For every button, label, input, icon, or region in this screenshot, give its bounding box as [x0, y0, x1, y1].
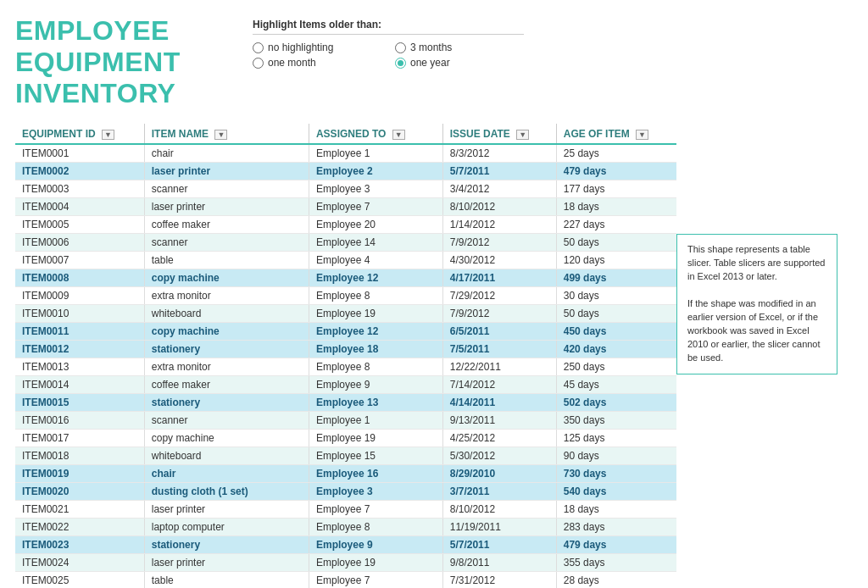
cell-assigned: Employee 4: [309, 252, 442, 269]
radio-circle-one-month[interactable]: [253, 58, 264, 69]
cell-item: laptop computer: [144, 519, 309, 536]
cell-item: scanner: [144, 180, 309, 198]
cell-id: ITEM0018: [15, 447, 144, 465]
cell-item: whiteboard: [144, 305, 309, 323]
col-header-assigned[interactable]: ASSIGNED TO ▼: [309, 124, 442, 144]
table-row: ITEM0015stationeryEmployee 134/14/201150…: [15, 394, 676, 412]
cell-item: stationery: [144, 536, 309, 554]
cell-age: 499 days: [556, 269, 676, 287]
cell-date: 8/10/2012: [442, 198, 556, 216]
cell-date: 4/30/2012: [442, 252, 556, 269]
cell-age: 502 days: [556, 394, 676, 412]
filter-age[interactable]: ▼: [636, 130, 648, 140]
cell-date: 5/7/2011: [442, 536, 556, 554]
radio-label-no-highlighting: no highlighting: [268, 42, 333, 53]
cell-assigned: Employee 20: [309, 216, 442, 234]
cell-date: 7/29/2012: [442, 287, 556, 305]
table-row: ITEM0003scannerEmployee 33/4/2012177 day…: [15, 180, 676, 198]
slicer-note: This shape represents a table slicer. Ta…: [676, 234, 837, 374]
col-header-id[interactable]: EQUIPMENT ID ▼: [15, 124, 144, 144]
table-wrap: EQUIPMENT ID ▼ ITEM NAME ▼ ASSIGNED TO ▼: [15, 124, 676, 588]
cell-id: ITEM0011: [15, 323, 144, 341]
cell-id: ITEM0001: [15, 144, 144, 163]
cell-assigned: Employee 2: [309, 163, 442, 180]
table-row: ITEM0013extra monitorEmployee 812/22/201…: [15, 358, 676, 376]
cell-age: 25 days: [556, 144, 676, 163]
table-row: ITEM0023stationeryEmployee 95/7/2011479 …: [15, 536, 676, 554]
cell-assigned: Employee 7: [309, 501, 442, 519]
cell-assigned: Employee 12: [309, 323, 442, 341]
table-row: ITEM0014coffee makerEmployee 97/14/20124…: [15, 376, 676, 394]
cell-date: 4/25/2012: [442, 430, 556, 447]
cell-id: ITEM0010: [15, 305, 144, 323]
radio-no-highlighting[interactable]: no highlighting: [253, 42, 381, 53]
table-row: ITEM0011copy machineEmployee 126/5/20114…: [15, 323, 676, 341]
cell-age: 350 days: [556, 412, 676, 430]
cell-assigned: Employee 12: [309, 269, 442, 287]
cell-item: stationery: [144, 394, 309, 412]
cell-age: 540 days: [556, 483, 676, 501]
col-header-date[interactable]: ISSUE DATE ▼: [442, 124, 556, 144]
cell-age: 479 days: [556, 163, 676, 180]
cell-id: ITEM0004: [15, 198, 144, 216]
cell-id: ITEM0022: [15, 519, 144, 536]
cell-assigned: Employee 19: [309, 305, 442, 323]
cell-age: 177 days: [556, 180, 676, 198]
cell-date: 6/5/2011: [442, 323, 556, 341]
cell-id: ITEM0020: [15, 483, 144, 501]
radio-circle-one-year[interactable]: [395, 58, 406, 69]
cell-id: ITEM0024: [15, 554, 144, 572]
cell-assigned: Employee 8: [309, 287, 442, 305]
cell-item: laser printer: [144, 501, 309, 519]
cell-item: extra monitor: [144, 287, 309, 305]
cell-age: 45 days: [556, 376, 676, 394]
table-row: ITEM0002laser printerEmployee 25/7/20114…: [15, 163, 676, 180]
cell-id: ITEM0013: [15, 358, 144, 376]
cell-date: 7/9/2012: [442, 234, 556, 252]
cell-date: 7/5/2011: [442, 341, 556, 358]
cell-item: coffee maker: [144, 216, 309, 234]
page-title: EMPLOYEE EQUIPMENT INVENTORY: [15, 15, 202, 108]
filter-item[interactable]: ▼: [214, 130, 227, 140]
cell-date: 7/14/2012: [442, 376, 556, 394]
cell-date: 4/14/2011: [442, 394, 556, 412]
radio-one-month[interactable]: one month: [253, 57, 381, 69]
radio-one-year[interactable]: one year: [395, 57, 524, 69]
cell-assigned: Employee 7: [309, 572, 442, 588]
filter-id[interactable]: ▼: [102, 130, 114, 140]
cell-date: 11/19/2011: [442, 519, 556, 536]
cell-date: 7/31/2012: [442, 572, 556, 588]
cell-id: ITEM0012: [15, 341, 144, 358]
filter-assigned[interactable]: ▼: [392, 130, 405, 140]
cell-date: 8/10/2012: [442, 501, 556, 519]
cell-assigned: Employee 8: [309, 358, 442, 376]
radio-circle-3-months[interactable]: [395, 42, 406, 53]
cell-id: ITEM0003: [15, 180, 144, 198]
cell-age: 283 days: [556, 519, 676, 536]
table-row: ITEM0018whiteboardEmployee 155/30/201290…: [15, 447, 676, 465]
table-row: ITEM0024laser printerEmployee 199/8/2011…: [15, 554, 676, 572]
cell-age: 18 days: [556, 198, 676, 216]
table-row: ITEM0021laser printerEmployee 78/10/2012…: [15, 501, 676, 519]
cell-id: ITEM0006: [15, 234, 144, 252]
filter-date[interactable]: ▼: [516, 130, 529, 140]
inventory-table: EQUIPMENT ID ▼ ITEM NAME ▼ ASSIGNED TO ▼: [15, 124, 676, 588]
cell-id: ITEM0008: [15, 269, 144, 287]
cell-date: 3/4/2012: [442, 180, 556, 198]
table-row: ITEM0022laptop computerEmployee 811/19/2…: [15, 519, 676, 536]
radio-3-months[interactable]: 3 months: [395, 42, 524, 53]
highlight-panel: Highlight Items older than: no highlight…: [253, 19, 524, 69]
radio-circle-no-highlighting[interactable]: [253, 42, 264, 53]
cell-item: coffee maker: [144, 376, 309, 394]
col-header-age[interactable]: AGE OF ITEM ▼: [556, 124, 676, 144]
cell-age: 730 days: [556, 465, 676, 483]
col-header-item[interactable]: ITEM NAME ▼: [144, 124, 309, 144]
cell-age: 420 days: [556, 341, 676, 358]
table-row: ITEM0020dusting cloth (1 set)Employee 33…: [15, 483, 676, 501]
cell-item: whiteboard: [144, 447, 309, 465]
table-row: ITEM0008copy machineEmployee 124/17/2011…: [15, 269, 676, 287]
cell-id: ITEM0017: [15, 430, 144, 447]
cell-item: chair: [144, 144, 309, 163]
cell-assigned: Employee 19: [309, 430, 442, 447]
table-row: ITEM0004laser printerEmployee 78/10/2012…: [15, 198, 676, 216]
